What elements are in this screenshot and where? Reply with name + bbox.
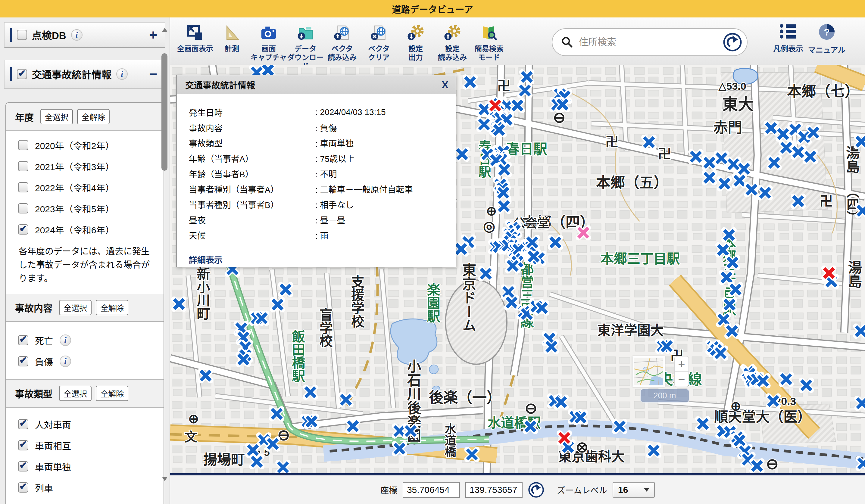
accident-marker[interactable] bbox=[201, 371, 210, 380]
accident-marker[interactable] bbox=[719, 179, 729, 188]
accident-marker[interactable] bbox=[465, 78, 475, 87]
sidebar-scroll-down-icon[interactable] bbox=[162, 477, 168, 481]
accident-marker[interactable] bbox=[406, 426, 415, 436]
select-all-button[interactable]: 全選択 bbox=[59, 386, 92, 401]
accident-marker[interactable] bbox=[725, 300, 734, 309]
checkbox[interactable] bbox=[18, 203, 28, 213]
map-zoom-in-button[interactable]: + bbox=[674, 356, 689, 372]
overview-inset-map[interactable] bbox=[633, 356, 665, 387]
accident-marker[interactable] bbox=[739, 164, 749, 173]
accident-marker[interactable] bbox=[716, 153, 726, 163]
dialog-close-button[interactable]: X bbox=[441, 79, 449, 91]
accident-marker[interactable] bbox=[752, 461, 762, 471]
accident-marker-fatal[interactable] bbox=[490, 101, 500, 110]
accident-marker-selected[interactable] bbox=[579, 228, 588, 237]
accident-marker[interactable] bbox=[724, 230, 734, 240]
dialog-title-bar[interactable]: 交通事故統計情報 X bbox=[177, 75, 456, 94]
accident-marker[interactable] bbox=[273, 300, 282, 309]
accident-marker[interactable] bbox=[576, 413, 586, 422]
sidebar-scroll-up-icon[interactable] bbox=[162, 28, 168, 32]
checkbox-row[interactable]: 列車 bbox=[6, 477, 163, 498]
clear-all-button[interactable]: 全解除 bbox=[77, 109, 109, 124]
accident-marker[interactable] bbox=[499, 165, 509, 174]
longitude-input[interactable] bbox=[465, 482, 522, 498]
accident-marker[interactable] bbox=[526, 422, 535, 432]
toolbar-button[interactable]: 全画面表示 bbox=[177, 17, 214, 70]
accident-marker[interactable] bbox=[394, 444, 404, 454]
accident-marker[interactable] bbox=[281, 285, 291, 294]
collapse-button[interactable]: − bbox=[149, 67, 160, 81]
accident-marker[interactable] bbox=[341, 395, 351, 405]
accident-marker[interactable] bbox=[252, 457, 262, 466]
checkbox-row[interactable]: 2020年（令和2年） bbox=[6, 134, 163, 156]
accident-marker[interactable] bbox=[456, 244, 466, 254]
checkbox[interactable] bbox=[18, 224, 28, 235]
accident-marker[interactable] bbox=[698, 419, 707, 429]
accident-marker[interactable] bbox=[307, 417, 316, 426]
accident-marker[interactable] bbox=[615, 422, 625, 432]
checkbox[interactable] bbox=[18, 140, 28, 150]
accident-marker[interactable] bbox=[856, 137, 865, 146]
address-search-box[interactable] bbox=[552, 28, 748, 56]
accident-marker[interactable] bbox=[858, 206, 865, 215]
accident-marker[interactable] bbox=[808, 128, 818, 137]
accident-marker[interactable] bbox=[722, 273, 731, 282]
latitude-input[interactable] bbox=[403, 482, 460, 498]
checkbox-row[interactable]: 2022年（令和4年） bbox=[6, 177, 163, 198]
accident-marker[interactable] bbox=[174, 299, 184, 309]
clear-all-button[interactable]: 全解除 bbox=[96, 300, 128, 315]
select-all-button[interactable]: 全選択 bbox=[59, 300, 92, 315]
accident-marker[interactable] bbox=[727, 326, 737, 336]
checkbox-row[interactable]: 負傷i bbox=[6, 351, 163, 372]
select-all-button[interactable]: 全選択 bbox=[41, 109, 73, 124]
toolbar-button[interactable]: 設定 読み込み bbox=[434, 17, 471, 70]
toolbar-button[interactable]: ベクタ クリア bbox=[360, 17, 397, 70]
accident-marker[interactable] bbox=[512, 101, 522, 110]
sidebar-scrollbar[interactable] bbox=[161, 53, 168, 171]
accident-marker[interactable] bbox=[537, 303, 547, 313]
search-go-button[interactable] bbox=[723, 33, 742, 52]
toolbar-button[interactable]: 簡易検索 モード bbox=[471, 17, 507, 70]
accident-marker[interactable] bbox=[716, 348, 725, 358]
accident-marker[interactable] bbox=[551, 237, 560, 247]
accident-marker[interactable] bbox=[508, 261, 517, 271]
coord-go-button[interactable] bbox=[528, 482, 544, 498]
accident-stats-checkbox[interactable] bbox=[17, 69, 27, 79]
checkbox-row[interactable]: 人対車両 bbox=[6, 414, 163, 435]
accident-marker[interactable] bbox=[348, 422, 358, 431]
accident-marker[interactable] bbox=[239, 355, 248, 364]
checkbox-row[interactable]: 死亡i bbox=[6, 330, 163, 351]
checkbox-row[interactable]: 2024年（令和6年） bbox=[6, 219, 163, 240]
accident-marker[interactable] bbox=[801, 380, 811, 390]
checkbox[interactable] bbox=[18, 461, 28, 471]
checkbox-row[interactable]: 2023年（令和5年） bbox=[6, 198, 163, 219]
detail-link[interactable]: 詳細表示 bbox=[189, 254, 222, 266]
zoom-level-select[interactable]: 16 bbox=[613, 482, 655, 498]
accident-marker[interactable] bbox=[781, 375, 791, 384]
manual-button[interactable]: ? マニュアル bbox=[803, 23, 851, 55]
checkbox-row[interactable]: 車両相互 bbox=[6, 435, 163, 456]
accident-marker[interactable] bbox=[704, 158, 714, 167]
accident-marker[interactable] bbox=[522, 72, 532, 82]
panel-inspection-db[interactable]: 点検DB i + bbox=[4, 22, 165, 48]
accident-marker[interactable] bbox=[520, 86, 530, 95]
checkbox[interactable] bbox=[18, 161, 28, 171]
accident-marker[interactable] bbox=[691, 152, 701, 161]
accident-marker[interactable] bbox=[781, 143, 791, 152]
accident-marker[interactable] bbox=[558, 99, 567, 109]
clear-all-button[interactable]: 全解除 bbox=[96, 386, 128, 401]
accident-marker[interactable] bbox=[805, 152, 815, 161]
checkbox[interactable] bbox=[18, 482, 28, 493]
accident-marker[interactable] bbox=[278, 462, 288, 472]
accident-marker[interactable] bbox=[494, 125, 504, 134]
accident-marker[interactable] bbox=[747, 185, 756, 195]
accident-marker[interactable] bbox=[735, 176, 744, 186]
accident-marker[interactable] bbox=[760, 188, 770, 198]
accident-marker[interactable] bbox=[718, 245, 728, 255]
info-icon[interactable]: i bbox=[60, 355, 71, 367]
checkbox[interactable] bbox=[18, 440, 28, 450]
info-icon[interactable]: i bbox=[116, 68, 128, 80]
accident-marker[interactable] bbox=[649, 446, 659, 455]
accident-marker[interactable] bbox=[644, 137, 654, 147]
accident-marker[interactable] bbox=[793, 147, 803, 157]
